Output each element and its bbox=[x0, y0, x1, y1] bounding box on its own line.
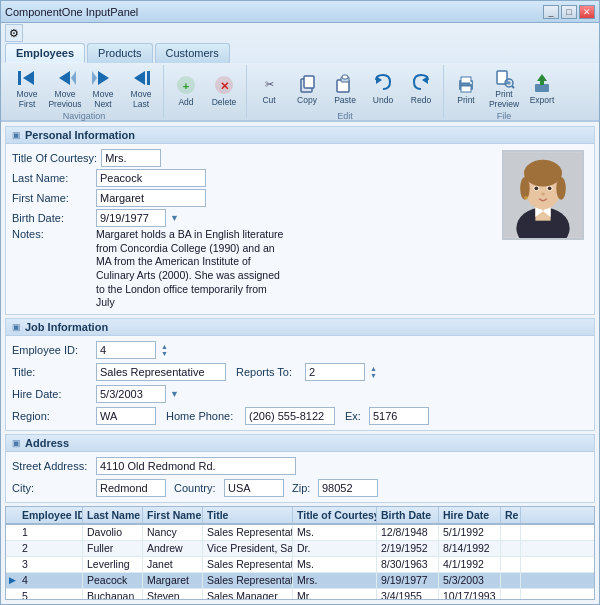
paste-icon bbox=[333, 71, 357, 95]
col-header-last-name[interactable]: Last Name bbox=[83, 507, 143, 523]
file-group: Print PrintPreview bbox=[444, 65, 564, 118]
grid-cell: 3 bbox=[18, 557, 83, 572]
photo-svg bbox=[504, 150, 582, 240]
minimize-button[interactable]: _ bbox=[543, 5, 559, 19]
job-information-section: ▣ Job Information Employee ID: ▲ ▼ Title… bbox=[5, 318, 595, 431]
col-header-first-name[interactable]: First Name bbox=[143, 507, 203, 523]
copy-button[interactable]: Copy bbox=[289, 67, 325, 109]
address-collapse-icon[interactable]: ▣ bbox=[12, 438, 21, 448]
region-input[interactable] bbox=[96, 407, 156, 425]
reports-spin-up-icon[interactable]: ▲ bbox=[370, 365, 377, 372]
personal-info-title: Personal Information bbox=[25, 129, 135, 141]
home-phone-input[interactable] bbox=[245, 407, 335, 425]
tab-customers[interactable]: Customers bbox=[155, 43, 230, 63]
region-label: Region: bbox=[12, 410, 92, 422]
copy-label: Copy bbox=[297, 96, 317, 105]
nav-buttons: MoveFirst MovePrevious bbox=[9, 65, 159, 111]
last-name-input[interactable] bbox=[96, 169, 206, 187]
birth-date-label: Birth Date: bbox=[12, 212, 92, 224]
grid-cell bbox=[501, 573, 521, 588]
move-previous-label: MovePrevious bbox=[48, 90, 81, 109]
birth-date-input[interactable] bbox=[96, 209, 166, 227]
table-row[interactable]: 1DavolioNancySales RepresentatiMs.12/8/1… bbox=[6, 525, 594, 541]
first-name-input[interactable] bbox=[96, 189, 206, 207]
grid-cell: Mr. bbox=[293, 589, 377, 599]
col-header-birth-date[interactable]: Birth Date bbox=[377, 507, 439, 523]
col-header-re[interactable]: Re bbox=[501, 507, 521, 523]
country-input[interactable] bbox=[224, 479, 284, 497]
spin-down-icon[interactable]: ▼ bbox=[161, 350, 168, 357]
job-title-input[interactable] bbox=[96, 363, 226, 381]
print-preview-label: PrintPreview bbox=[489, 90, 519, 109]
spin-up-icon[interactable]: ▲ bbox=[161, 343, 168, 350]
move-first-button[interactable]: MoveFirst bbox=[9, 67, 45, 109]
svg-text:✂: ✂ bbox=[265, 78, 274, 90]
grid-body[interactable]: 1DavolioNancySales RepresentatiMs.12/8/1… bbox=[6, 525, 594, 599]
employee-id-spinners: ▲ ▼ bbox=[161, 343, 168, 357]
hire-date-dropdown-icon[interactable]: ▼ bbox=[170, 389, 179, 399]
reports-spin-down-icon[interactable]: ▼ bbox=[370, 372, 377, 379]
gear-button[interactable]: ⚙ bbox=[5, 24, 23, 42]
zip-input[interactable] bbox=[318, 479, 378, 497]
undo-button[interactable]: Undo bbox=[365, 67, 401, 109]
reports-to-input[interactable] bbox=[305, 363, 365, 381]
street-label: Street Address: bbox=[12, 460, 92, 472]
print-preview-button[interactable]: PrintPreview bbox=[486, 67, 522, 109]
street-input[interactable] bbox=[96, 457, 296, 475]
grid-cell: 4 bbox=[18, 573, 83, 588]
tabs-row: Employees Products Customers bbox=[1, 43, 599, 63]
toolbar-area: ⚙ Employees Products Customers bbox=[1, 23, 599, 122]
move-first-icon bbox=[15, 67, 39, 89]
job-collapse-icon[interactable]: ▣ bbox=[12, 322, 21, 332]
move-next-button[interactable]: MoveNext bbox=[85, 67, 121, 109]
city-label: City: bbox=[12, 482, 92, 494]
paste-button[interactable]: Paste bbox=[327, 67, 363, 109]
grid-cell: 5/1/1992 bbox=[439, 525, 501, 540]
move-last-button[interactable]: MoveLast bbox=[123, 67, 159, 109]
tab-employees[interactable]: Employees bbox=[5, 43, 85, 63]
add-button[interactable]: + Add bbox=[168, 70, 204, 112]
grid-cell: Dr. bbox=[293, 541, 377, 556]
col-header-title[interactable]: Title bbox=[203, 507, 293, 523]
maximize-button[interactable]: □ bbox=[561, 5, 577, 19]
table-row[interactable]: 3LeverlingJanetSales RepresentatiMs.8/30… bbox=[6, 557, 594, 573]
job-info-form: Employee ID: ▲ ▼ Title: Reports To: ▲ ▼ bbox=[6, 336, 594, 430]
grid-cell: 2/19/1952 bbox=[377, 541, 439, 556]
col-header-employee-id[interactable]: Employee ID bbox=[18, 507, 83, 523]
add-icon: + bbox=[174, 73, 198, 97]
col-header-toc[interactable]: Title of Courtesy bbox=[293, 507, 377, 523]
close-button[interactable]: ✕ bbox=[579, 5, 595, 19]
last-name-row: Last Name: bbox=[12, 168, 492, 188]
print-button[interactable]: Print bbox=[448, 67, 484, 109]
grid-cell: 3/4/1955 bbox=[377, 589, 439, 599]
row-indicator bbox=[6, 557, 18, 572]
grid-header: Employee ID Last Name First Name Title T… bbox=[6, 507, 594, 525]
cut-button[interactable]: ✂ Cut bbox=[251, 67, 287, 109]
undo-label: Undo bbox=[373, 96, 393, 105]
export-button[interactable]: Export bbox=[524, 67, 560, 109]
move-previous-button[interactable]: MovePrevious bbox=[47, 67, 83, 109]
hire-date-row: Hire Date: ▼ bbox=[12, 384, 588, 404]
clipboard-group: ✂ Cut Copy bbox=[247, 65, 444, 118]
ext-input[interactable] bbox=[369, 407, 429, 425]
copy-icon bbox=[295, 71, 319, 95]
svg-marker-18 bbox=[376, 76, 382, 84]
tab-products[interactable]: Products bbox=[87, 43, 152, 63]
grid-cell: Sales Representati bbox=[203, 525, 293, 540]
redo-button[interactable]: Redo bbox=[403, 67, 439, 109]
grid-cell: 2 bbox=[18, 541, 83, 556]
table-row[interactable]: 5BuchananStevenSales ManagerMr.3/4/19551… bbox=[6, 589, 594, 599]
grid-cell: Margaret bbox=[143, 573, 203, 588]
table-row[interactable]: ▶4PeacockMargaretSales RepresentatiMrs.9… bbox=[6, 573, 594, 589]
employee-id-input[interactable] bbox=[96, 341, 156, 359]
title-of-courtesy-input[interactable] bbox=[101, 149, 161, 167]
personal-form-fields: Title Of Courtesy: Last Name: First Name… bbox=[12, 148, 492, 310]
col-header-hire-date[interactable]: Hire Date bbox=[439, 507, 501, 523]
hire-date-input[interactable] bbox=[96, 385, 166, 403]
birth-date-dropdown-icon[interactable]: ▼ bbox=[170, 213, 179, 223]
delete-button[interactable]: ✕ Delete bbox=[206, 70, 242, 112]
print-icon bbox=[454, 71, 478, 95]
city-input[interactable] bbox=[96, 479, 166, 497]
table-row[interactable]: 2FullerAndrewVice President, SalDr.2/19/… bbox=[6, 541, 594, 557]
personal-collapse-icon[interactable]: ▣ bbox=[12, 130, 21, 140]
